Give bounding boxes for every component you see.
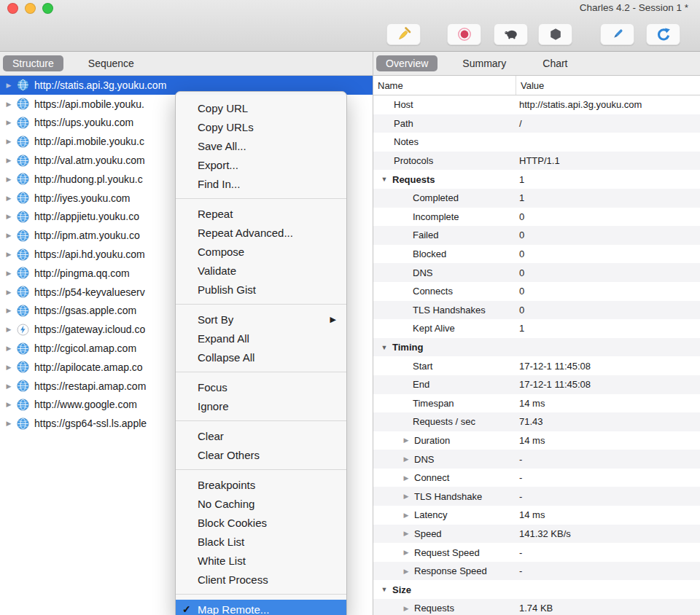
overview-row-requests[interactable]: ▶Requests1.74 KB	[373, 599, 700, 615]
menu-item-black-list[interactable]: Black List	[176, 532, 346, 551]
overview-row-host[interactable]: Hosthttp://statis.api.3g.youku.com	[373, 95, 700, 114]
overview-row-requests[interactable]: ▼Requests1	[373, 170, 700, 189]
column-header-value[interactable]: Value	[516, 80, 544, 91]
menu-item-copy-url[interactable]: Copy URL	[176, 98, 346, 117]
expand-arrow-icon[interactable]: ▶	[401, 455, 411, 463]
tab-summary[interactable]: Summary	[453, 55, 516, 71]
collapse-arrow-icon[interactable]: ▼	[379, 586, 389, 593]
menu-item-ignore[interactable]: Ignore	[176, 396, 346, 415]
menu-item-clear[interactable]: Clear	[176, 426, 346, 445]
overview-row-completed[interactable]: Completed1	[373, 189, 700, 208]
disclosure-triangle-icon[interactable]: ▶	[4, 82, 14, 89]
clear-session-button[interactable]	[386, 23, 421, 45]
collapse-arrow-icon[interactable]: ▼	[379, 344, 389, 351]
disclosure-triangle-icon[interactable]: ▶	[4, 176, 14, 183]
overview-row-request-speed[interactable]: ▶Request Speed-	[373, 543, 700, 562]
disclosure-triangle-icon[interactable]: ▶	[4, 213, 14, 220]
overview-row-size[interactable]: ▼Size	[373, 580, 700, 599]
menu-item-map-remote[interactable]: ✓Map Remote...	[176, 600, 346, 615]
overview-row-connects[interactable]: Connects0	[373, 282, 700, 301]
menu-item-find-in[interactable]: Find In...	[176, 174, 346, 193]
disclosure-triangle-icon[interactable]: ▶	[4, 232, 14, 239]
disclosure-triangle-icon[interactable]: ▶	[4, 157, 14, 164]
overview-row-protocols[interactable]: ProtocolsHTTP/1.1	[373, 152, 700, 171]
expand-arrow-icon[interactable]: ▶	[401, 605, 411, 612]
disclosure-triangle-icon[interactable]: ▶	[4, 364, 14, 371]
overview-row-duration[interactable]: ▶Duration14 ms	[373, 431, 700, 450]
tab-chart[interactable]: Chart	[533, 55, 577, 71]
menu-item-save-all[interactable]: Save All...	[176, 136, 346, 155]
zoom-button[interactable]	[42, 3, 53, 14]
overview-row-connect[interactable]: ▶Connect-	[373, 469, 700, 487]
disclosure-triangle-icon[interactable]: ▶	[4, 195, 14, 202]
overview-row-path[interactable]: Path/	[373, 114, 700, 133]
overview-row-blocked[interactable]: Blocked0	[373, 245, 700, 264]
menu-item-repeat-advanced[interactable]: Repeat Advanced...	[176, 223, 346, 242]
column-header-name[interactable]: Name	[373, 76, 516, 95]
overview-row-latency[interactable]: ▶Latency14 ms	[373, 506, 700, 525]
tab-sequence[interactable]: Sequence	[79, 55, 144, 71]
menu-item-no-caching[interactable]: No Caching	[176, 494, 346, 513]
menu-item-focus[interactable]: Focus	[176, 377, 346, 396]
tab-overview[interactable]: Overview	[376, 55, 438, 71]
collapse-arrow-icon[interactable]: ▼	[379, 176, 389, 183]
overview-row-dns[interactable]: DNS0	[373, 263, 700, 282]
disclosure-triangle-icon[interactable]: ▶	[4, 420, 14, 427]
expand-arrow-icon[interactable]: ▶	[401, 474, 411, 482]
disclosure-triangle-icon[interactable]: ▶	[4, 326, 14, 333]
disclosure-triangle-icon[interactable]: ▶	[4, 307, 14, 314]
overview-row-incomplete[interactable]: Incomplete0	[373, 208, 700, 227]
overview-row-timespan[interactable]: Timespan14 ms	[373, 394, 700, 413]
overview-row-start[interactable]: Start17-12-1 11:45:08	[373, 356, 700, 375]
overview-row-requests-sec[interactable]: Requests / sec71.43	[373, 412, 700, 431]
menu-item-publish-gist[interactable]: Publish Gist	[176, 280, 346, 299]
expand-arrow-icon[interactable]: ▶	[401, 568, 411, 575]
disclosure-triangle-icon[interactable]: ▶	[4, 401, 14, 408]
expand-arrow-icon[interactable]: ▶	[401, 512, 411, 519]
tab-structure[interactable]: Structure	[3, 55, 63, 71]
overview-row-tls-handshake[interactable]: ▶TLS Handshake-	[373, 487, 700, 506]
menu-item-sort-by[interactable]: Sort By▶	[176, 310, 346, 329]
repeat-button[interactable]	[646, 23, 680, 45]
menu-item-repeat[interactable]: Repeat	[176, 204, 346, 223]
overview-row-response-speed[interactable]: ▶Response Speed-	[373, 562, 700, 581]
expand-arrow-icon[interactable]: ▶	[401, 493, 411, 500]
disclosure-triangle-icon[interactable]: ▶	[4, 119, 14, 126]
menu-item-expand-all[interactable]: Expand All	[176, 329, 346, 348]
menu-item-client-process[interactable]: Client Process	[176, 570, 346, 589]
disclosure-triangle-icon[interactable]: ▶	[4, 251, 14, 258]
expand-arrow-icon[interactable]: ▶	[401, 549, 411, 556]
compose-button[interactable]	[600, 23, 634, 45]
disclosure-triangle-icon[interactable]: ▶	[4, 289, 14, 296]
disclosure-triangle-icon[interactable]: ▶	[4, 101, 14, 108]
disclosure-triangle-icon[interactable]: ▶	[4, 138, 14, 145]
menu-item-collapse-all[interactable]: Collapse All	[176, 348, 346, 367]
hexagon-icon	[548, 26, 564, 42]
menu-item-compose[interactable]: Compose	[176, 242, 346, 261]
overview-row-end[interactable]: End17-12-1 11:45:08	[373, 375, 700, 394]
menu-item-export[interactable]: Export...	[176, 155, 346, 174]
disclosure-triangle-icon[interactable]: ▶	[4, 383, 14, 390]
overview-row-failed[interactable]: Failed0	[373, 226, 700, 245]
menu-item-clear-others[interactable]: Clear Others	[176, 445, 346, 464]
overview-row-dns[interactable]: ▶DNS-	[373, 450, 700, 469]
expand-arrow-icon[interactable]: ▶	[401, 530, 411, 537]
disclosure-triangle-icon[interactable]: ▶	[4, 270, 14, 277]
menu-item-breakpoints[interactable]: Breakpoints	[176, 475, 346, 494]
menu-item-validate[interactable]: Validate	[176, 261, 346, 280]
record-button[interactable]	[447, 23, 481, 45]
minimize-button[interactable]	[25, 3, 36, 14]
close-button[interactable]	[7, 3, 18, 14]
overview-row-tls-handshakes[interactable]: TLS Handshakes0	[373, 301, 700, 320]
disclosure-triangle-icon[interactable]: ▶	[4, 345, 14, 352]
menu-item-block-cookies[interactable]: Block Cookies	[176, 513, 346, 532]
menu-item-copy-urls[interactable]: Copy URLs	[176, 117, 346, 136]
overview-row-kept-alive[interactable]: Kept Alive1	[373, 319, 700, 338]
overview-row-speed[interactable]: ▶Speed141.32 KB/s	[373, 525, 700, 544]
expand-arrow-icon[interactable]: ▶	[401, 436, 411, 444]
menu-item-white-list[interactable]: White List	[176, 551, 346, 570]
overview-row-timing[interactable]: ▼Timing	[373, 338, 700, 357]
overview-row-notes[interactable]: Notes	[373, 133, 700, 152]
breakpoints-button[interactable]	[538, 23, 572, 45]
throttle-button[interactable]	[494, 23, 528, 45]
